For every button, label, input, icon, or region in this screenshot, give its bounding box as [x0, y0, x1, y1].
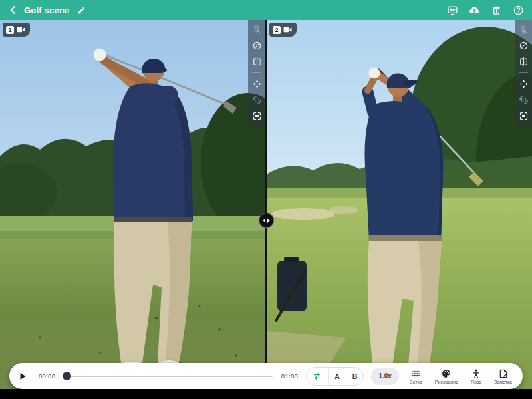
- panel-2-toolbar: [515, 20, 532, 126]
- marker-a-button[interactable]: A: [328, 368, 346, 385]
- palette-icon: [441, 368, 452, 379]
- back-icon[interactable]: [8, 5, 19, 15]
- mic-muted-icon[interactable]: [252, 25, 262, 35]
- video-panel-1[interactable]: 1: [0, 20, 265, 389]
- screen-compare-icon[interactable]: [447, 5, 458, 16]
- fullscreen-icon[interactable]: [519, 111, 529, 121]
- speed-button[interactable]: 1.0x: [371, 368, 398, 385]
- video-frame-1: [0, 20, 265, 389]
- page-title: Golf scene: [24, 5, 69, 15]
- move-icon[interactable]: [252, 79, 262, 89]
- camera-number: 1: [6, 26, 14, 34]
- edit-pencil-icon[interactable]: [77, 6, 86, 15]
- drawing-tool-button[interactable]: Рисование: [433, 368, 460, 384]
- playhead[interactable]: [63, 372, 71, 380]
- toolbar-divider: [519, 72, 528, 73]
- grid-icon: [410, 368, 421, 379]
- playback-control-bar: 00:00 01:00 A B 1.0x Сетка Рисование Поз…: [9, 363, 523, 389]
- video-panel-2[interactable]: 2: [267, 20, 532, 389]
- app-header: Golf scene: [0, 0, 532, 20]
- toolbar-divider: [252, 72, 261, 73]
- panel-divider: [265, 20, 267, 389]
- note-tool-label: Заметка: [494, 380, 512, 384]
- ab-loop-icon: [313, 372, 322, 381]
- video-stage: 1: [0, 20, 532, 389]
- ab-loop-toggle[interactable]: [307, 368, 328, 385]
- help-icon[interactable]: [513, 5, 524, 16]
- circle-slash-icon[interactable]: [519, 41, 529, 51]
- note-icon: [498, 368, 509, 379]
- end-time: 01:00: [281, 372, 298, 380]
- video-frame-2: [267, 20, 532, 389]
- mic-muted-icon[interactable]: [519, 25, 529, 35]
- ab-loop-group: A B: [306, 367, 364, 386]
- timeline-slider[interactable]: [64, 372, 273, 381]
- flip-horizontal-icon[interactable]: [519, 57, 529, 66]
- crop-rotate-icon[interactable]: [519, 95, 529, 105]
- camera-number: 2: [273, 26, 281, 34]
- grid-tool-button[interactable]: Сетка: [408, 368, 424, 384]
- divider-drag-handle[interactable]: [259, 213, 274, 228]
- panel-1-toolbar: [248, 20, 265, 126]
- arrow-left-icon: [263, 219, 265, 223]
- speaker-prop: [276, 257, 307, 321]
- grid-tool-label: Сетка: [410, 380, 422, 384]
- circle-slash-icon[interactable]: [252, 41, 262, 51]
- pose-icon: [471, 368, 481, 379]
- cloud-upload-icon[interactable]: [469, 5, 480, 16]
- move-icon[interactable]: [519, 79, 529, 89]
- video-camera-icon: [17, 26, 25, 33]
- drawing-tool-label: Рисование: [435, 380, 458, 384]
- pose-tool-label: Поза: [471, 380, 481, 384]
- play-button[interactable]: [18, 372, 27, 381]
- marker-b-button[interactable]: B: [346, 368, 364, 385]
- trash-icon[interactable]: [491, 5, 502, 16]
- crop-rotate-icon[interactable]: [252, 95, 262, 105]
- camera-badge-1: 1: [3, 23, 30, 37]
- pose-tool-button[interactable]: Поза: [469, 368, 483, 384]
- note-tool-button[interactable]: Заметка: [492, 368, 514, 384]
- flip-horizontal-icon[interactable]: [252, 57, 262, 66]
- camera-badge-2: 2: [269, 23, 297, 37]
- timeline-track: [64, 376, 273, 377]
- arrow-right-icon: [267, 219, 270, 223]
- current-time: 00:00: [39, 372, 55, 380]
- video-camera-icon: [283, 26, 292, 33]
- fullscreen-icon[interactable]: [252, 111, 262, 121]
- letterbox-strip: [0, 389, 532, 399]
